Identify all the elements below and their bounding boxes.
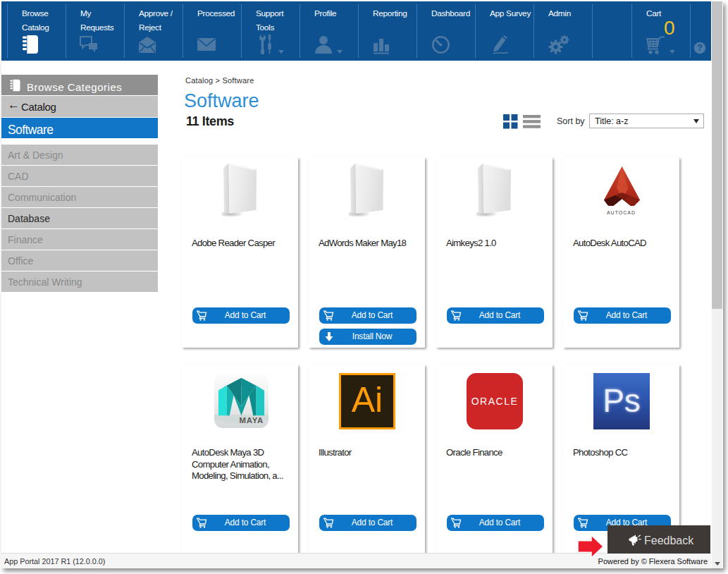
svg-text:MAYA: MAYA: [240, 416, 264, 425]
svg-text:?: ?: [697, 43, 702, 53]
